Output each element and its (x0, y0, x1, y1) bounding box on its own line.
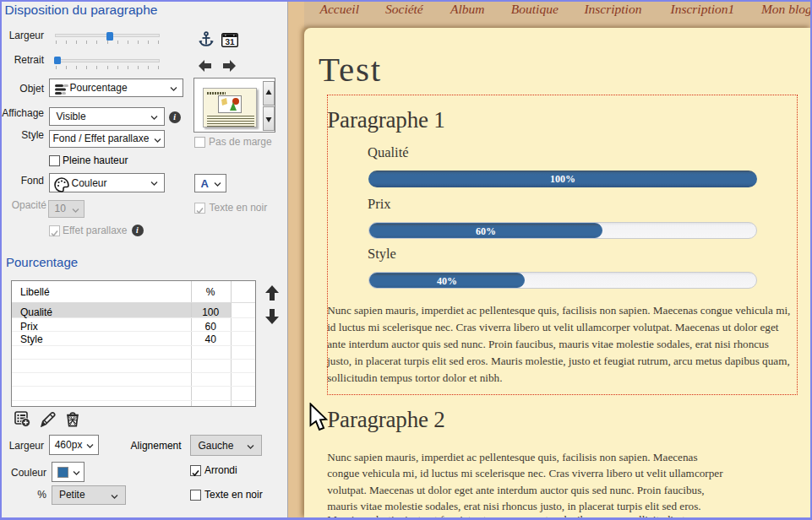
svg-text:31: 31 (225, 38, 235, 47)
